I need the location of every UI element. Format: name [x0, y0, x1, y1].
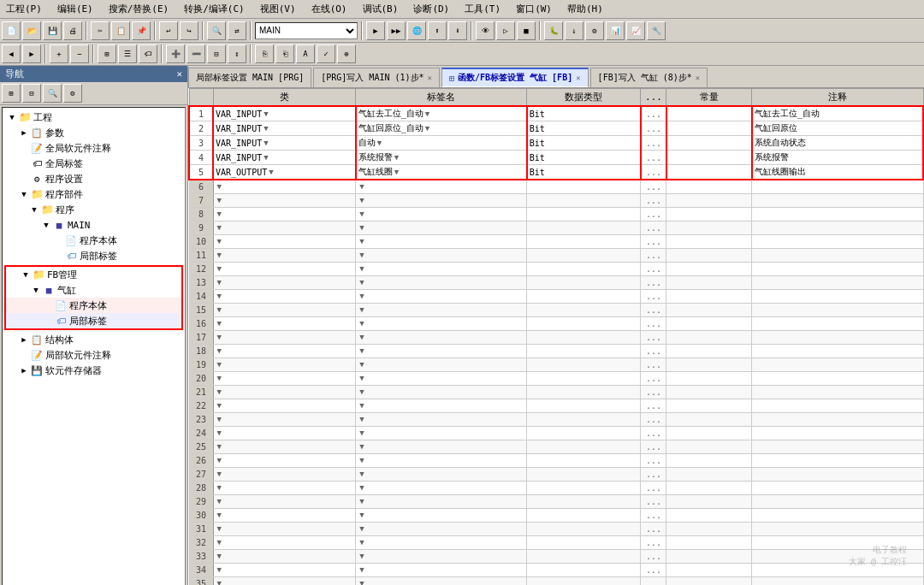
sidebar-item-program-parts[interactable]: ▼ 📁 程序部件 [4, 186, 183, 202]
menu-window[interactable]: 窗口(W) [513, 2, 554, 16]
cell-datatype-28[interactable] [527, 481, 641, 494]
cell-comment-27[interactable] [752, 467, 923, 481]
type-dropdown-10[interactable]: ▼ [217, 237, 222, 245]
cell-type-7[interactable]: ▼ [213, 193, 356, 207]
type-dropdown-11[interactable]: ▼ [217, 251, 222, 259]
cell-label-26[interactable]: ▼ [356, 453, 527, 467]
cell-dots-29[interactable]: ... [641, 494, 666, 508]
undo-button[interactable]: ↩ [159, 21, 178, 40]
cell-label-12[interactable]: ▼ [356, 262, 527, 275]
type-dropdown-12[interactable]: ▼ [217, 264, 222, 273]
cell-label-22[interactable]: ▼ [356, 399, 527, 412]
cell-comment-1[interactable]: 气缸去工位_自动 [752, 106, 923, 121]
cell-type-17[interactable]: ▼ [213, 330, 356, 344]
type-dropdown-35[interactable]: ▼ [217, 579, 222, 585]
cell-comment-14[interactable] [752, 289, 923, 303]
sidebar-btn2[interactable]: ⊟ [22, 84, 41, 103]
type-dropdown-4[interactable]: ▼ [264, 153, 268, 162]
cell-const-32[interactable] [666, 535, 752, 549]
list-view-button[interactable]: ☰ [118, 44, 137, 63]
cell-const-30[interactable] [666, 508, 752, 522]
cell-datatype-29[interactable] [527, 494, 641, 508]
cell-comment-12[interactable] [752, 262, 923, 275]
cell-label-24[interactable]: ▼ [356, 426, 527, 440]
cell-const-34[interactable] [666, 563, 752, 576]
cell-const-26[interactable] [666, 453, 752, 467]
type-dropdown-23[interactable]: ▼ [217, 415, 222, 423]
label-dropdown-29[interactable]: ▼ [359, 497, 364, 505]
type-dropdown-22[interactable]: ▼ [217, 401, 222, 410]
cell-datatype-1[interactable]: Bit [527, 106, 641, 121]
cell-type-28[interactable]: ▼ [213, 481, 356, 494]
cell-dots-19[interactable]: ... [641, 358, 666, 371]
col-header-datatype[interactable]: 数据类型 [527, 89, 641, 107]
cell-label-10[interactable]: ▼ [356, 234, 527, 248]
sidebar-item-params[interactable]: ▶ 📋 参数 [4, 125, 183, 140]
label-dropdown-21[interactable]: ▼ [359, 387, 364, 396]
cell-datatype-35[interactable] [527, 576, 641, 585]
cell-type-26[interactable]: ▼ [213, 453, 356, 467]
cell-dots-21[interactable]: ... [641, 385, 666, 399]
cell-datatype-16[interactable] [527, 316, 641, 330]
label-dropdown-5[interactable]: ▼ [394, 168, 399, 176]
tab-fb-write-cylinder[interactable]: [FB]写入 气缸 (8)步* ✕ [590, 68, 708, 87]
misc-btn2[interactable]: 📊 [606, 21, 625, 40]
cell-comment-15[interactable] [752, 303, 923, 316]
label-dropdown-24[interactable]: ▼ [359, 428, 364, 437]
label-dropdown-11[interactable]: ▼ [359, 251, 364, 259]
cell-label-4[interactable]: 系统报警 ▼ [356, 151, 527, 165]
save-button[interactable]: 💾 [43, 21, 62, 40]
cell-dots-33[interactable]: ... [641, 549, 666, 563]
cell-comment-19[interactable] [752, 358, 923, 371]
cell-comment-2[interactable]: 气缸回原位 [752, 121, 923, 136]
menu-view[interactable]: 视图(V) [258, 2, 299, 16]
cell-dots-15[interactable]: ... [641, 303, 666, 316]
cell-dots-7[interactable]: ... [641, 193, 666, 207]
cell-datatype-6[interactable] [527, 180, 641, 193]
sidebar-item-fb-management[interactable]: ▼ 📁 FB管理 [6, 267, 181, 282]
cell-type-20[interactable]: ▼ [213, 371, 356, 385]
cell-comment-25[interactable] [752, 440, 923, 453]
monitor-button[interactable]: 👁 [476, 21, 495, 40]
type-dropdown-16[interactable]: ▼ [217, 319, 222, 328]
cell-label-11[interactable]: ▼ [356, 248, 527, 262]
cell-dots-22[interactable]: ... [641, 399, 666, 412]
sidebar-btn1[interactable]: ⊞ [2, 84, 21, 103]
cell-label-13[interactable]: ▼ [356, 275, 527, 289]
cell-const-10[interactable] [666, 234, 752, 248]
cell-const-1[interactable] [666, 106, 752, 121]
cell-datatype-27[interactable] [527, 467, 641, 481]
cell-dots-17[interactable]: ... [641, 330, 666, 344]
label-dropdown-19[interactable]: ▼ [359, 360, 364, 369]
cell-type-10[interactable]: ▼ [213, 234, 356, 248]
cell-datatype-18[interactable] [527, 344, 641, 358]
cell-const-3[interactable] [666, 136, 752, 151]
sidebar-item-main[interactable]: ▼ ■ MAIN [4, 217, 183, 233]
col-header-const[interactable]: 常量 [666, 89, 752, 107]
cell-type-35[interactable]: ▼ [213, 576, 356, 585]
label-dropdown-7[interactable]: ▼ [359, 196, 364, 204]
label-dropdown-9[interactable]: ▼ [359, 223, 364, 232]
cell-label-3[interactable]: 自动 ▼ [356, 136, 527, 151]
label-dropdown-14[interactable]: ▼ [359, 292, 364, 300]
cell-const-16[interactable] [666, 316, 752, 330]
cell-comment-13[interactable] [752, 275, 923, 289]
sidebar-item-program-settings[interactable]: ▶ ⚙ 程序设置 [4, 171, 183, 186]
cell-dots-28[interactable]: ... [641, 481, 666, 494]
tab-fb-labels-cylinder[interactable]: ⊞ 函数/FB标签设置 气缸 [FB] ✕ [441, 68, 589, 87]
build-all-button[interactable]: ▶▶ [387, 21, 406, 40]
cell-label-32[interactable]: ▼ [356, 535, 527, 549]
new-button[interactable]: 📄 [2, 21, 21, 40]
type-dropdown-9[interactable]: ▼ [217, 223, 222, 232]
type-dropdown-2[interactable]: ▼ [264, 124, 268, 133]
cell-dots-12[interactable]: ... [641, 262, 666, 275]
check-button[interactable]: ✓ [317, 44, 335, 63]
type-dropdown-30[interactable]: ▼ [217, 511, 222, 519]
cell-type-27[interactable]: ▼ [213, 467, 356, 481]
cell-const-15[interactable] [666, 303, 752, 316]
misc-btn4[interactable]: 🔧 [647, 21, 666, 40]
cell-const-17[interactable] [666, 330, 752, 344]
cell-const-28[interactable] [666, 481, 752, 494]
cell-label-8[interactable]: ▼ [356, 207, 527, 221]
cell-const-5[interactable] [666, 165, 752, 180]
